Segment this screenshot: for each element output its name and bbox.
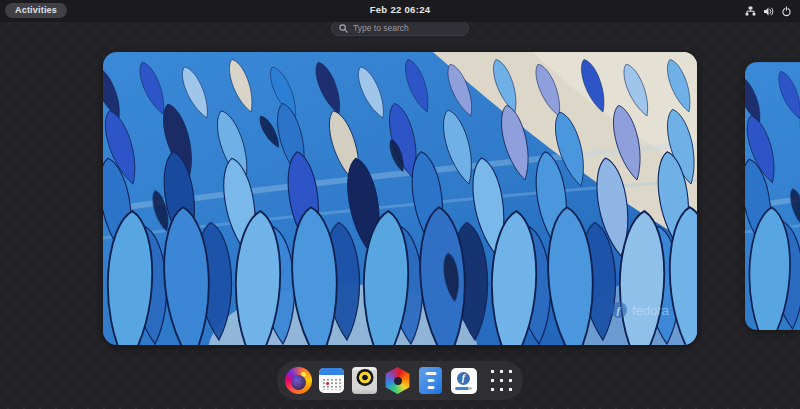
files-icon — [419, 367, 442, 394]
show-apps-button[interactable] — [488, 367, 515, 394]
svg-text:fedora: fedora — [632, 303, 670, 318]
dock-item-photos[interactable] — [384, 367, 411, 394]
dock-item-calendar[interactable] — [318, 367, 345, 394]
dock-item-firefox[interactable] — [285, 367, 312, 394]
workspace-preview-next[interactable] — [745, 62, 800, 330]
photos-icon — [384, 367, 411, 394]
top-bar: Activities Feb 22 06:24 — [0, 0, 800, 22]
dock-item-music[interactable] — [351, 367, 378, 394]
music-icon — [352, 367, 377, 394]
fedora-installer-icon: f — [451, 368, 477, 394]
search-input[interactable] — [353, 23, 464, 33]
workspace-preview-current[interactable]: f fedora — [103, 52, 697, 345]
gnome-activities-overview: { "top_bar": { "activities_label": "Acti… — [0, 0, 800, 409]
calendar-icon — [319, 368, 344, 393]
app-grid-icon — [488, 367, 515, 394]
clock-button[interactable]: Feb 22 06:24 — [0, 0, 800, 22]
power-icon — [781, 6, 792, 17]
system-status-area[interactable] — [745, 0, 792, 22]
network-wired-icon — [745, 6, 756, 17]
dock-item-install-to-hard-drive[interactable]: f — [450, 367, 477, 394]
firefox-icon — [285, 367, 312, 394]
fedora-wallpaper: f fedora — [103, 52, 697, 345]
fedora-watermark: f fedora — [611, 302, 670, 318]
dock-item-files[interactable] — [417, 367, 444, 394]
fedora-wallpaper-partial — [745, 62, 800, 330]
volume-icon — [763, 6, 774, 17]
dash: f — [277, 361, 523, 400]
search-bar[interactable] — [331, 20, 469, 36]
